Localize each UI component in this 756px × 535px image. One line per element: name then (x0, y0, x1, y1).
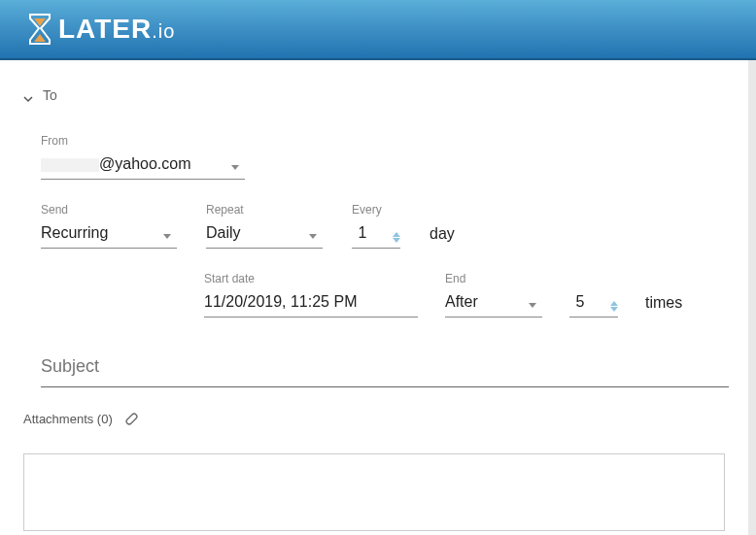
times-unit: times (645, 294, 682, 318)
chevron-down-icon[interactable] (309, 234, 317, 239)
brand-logo: LATER.io (27, 13, 175, 46)
times-stepper[interactable] (610, 301, 618, 312)
hourglass-icon (27, 13, 52, 46)
chevron-down-icon[interactable] (529, 303, 536, 308)
from-label: From (41, 134, 245, 148)
from-domain: @yahoo.com (99, 155, 191, 172)
end-field[interactable]: End After (445, 272, 542, 318)
stepper-up-icon[interactable] (393, 232, 400, 237)
repeat-field[interactable]: Repeat Daily (206, 203, 323, 249)
brand-main: LATER (58, 14, 152, 44)
message-body[interactable] (23, 453, 725, 531)
subject-input[interactable] (41, 356, 729, 377)
send-label: Send (41, 203, 177, 217)
from-masked-portion (41, 158, 99, 172)
send-value[interactable]: Recurring (41, 220, 177, 249)
chevron-down-icon[interactable] (231, 165, 239, 170)
stepper-down-icon[interactable] (393, 238, 400, 243)
stepper-down-icon[interactable] (610, 307, 618, 312)
start-date-label: Start date (204, 272, 418, 285)
end-value[interactable]: After (445, 289, 542, 318)
times-spacer (569, 272, 618, 285)
attachments-label: Attachments (0) (23, 412, 113, 426)
attachments-row[interactable]: Attachments (0) (23, 411, 729, 426)
paperclip-icon[interactable] (122, 411, 138, 426)
send-field[interactable]: Send Recurring (41, 203, 177, 249)
chevron-down-icon[interactable] (163, 234, 171, 239)
every-field[interactable]: Every 1 (352, 203, 400, 249)
app-header: LATER.io (0, 0, 756, 60)
times-field[interactable]: 5 (569, 272, 618, 318)
to-row[interactable]: To (23, 87, 729, 103)
repeat-label: Repeat (206, 203, 323, 217)
subject-row[interactable] (41, 356, 729, 387)
compose-panel: To From @yahoo.com Send Recurring Repeat… (0, 60, 748, 535)
to-label: To (43, 87, 57, 103)
end-label: End (445, 272, 542, 285)
brand-text: LATER.io (58, 14, 175, 45)
brand-suffix: .io (152, 20, 175, 42)
every-label: Every (352, 203, 400, 217)
from-value[interactable]: @yahoo.com (41, 151, 245, 180)
start-date-value[interactable]: 11/20/2019, 11:25 PM (204, 289, 418, 318)
start-date-field[interactable]: Start date 11/20/2019, 11:25 PM (204, 272, 418, 318)
expand-to-icon[interactable] (23, 90, 33, 100)
stepper-up-icon[interactable] (610, 301, 618, 306)
every-stepper[interactable] (393, 232, 400, 243)
every-unit: day (430, 225, 455, 249)
from-field[interactable]: From @yahoo.com (41, 134, 245, 180)
repeat-value[interactable]: Daily (206, 220, 323, 249)
